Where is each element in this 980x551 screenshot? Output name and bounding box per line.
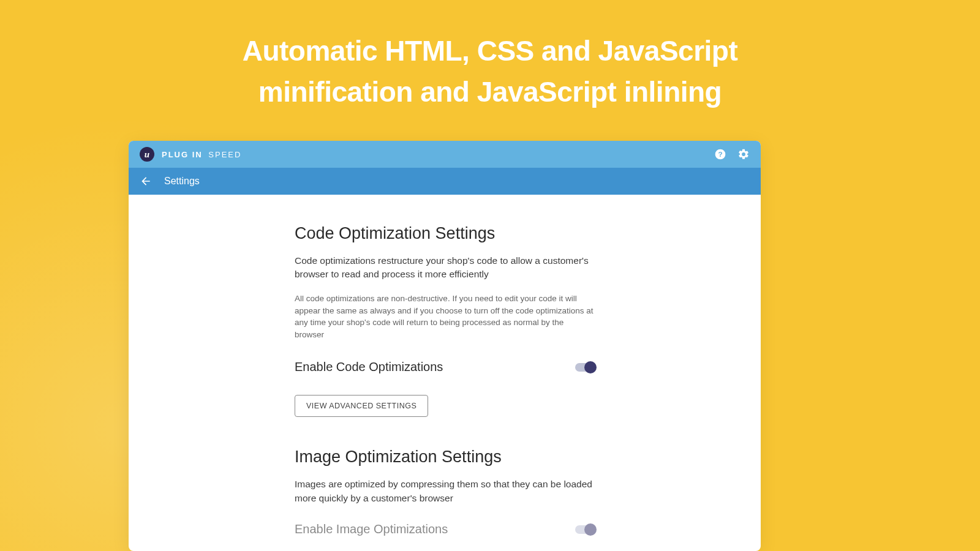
code-optimization-section: Code Optimization Settings Code optimiza… [295,224,595,417]
brand-bold: PLUG IN [162,150,203,159]
image-heading: Image Optimization Settings [295,448,595,467]
svg-text:?: ? [718,150,722,158]
hero-line-2: minification and JavaScript inlining [0,72,980,113]
back-arrow-icon[interactable] [140,175,152,187]
content-area: Code Optimization Settings Code optimiza… [129,195,761,536]
subbar: Settings [129,168,761,195]
enable-code-label: Enable Code Optimizations [295,360,443,374]
code-note: All code optimizations are non-destructi… [295,293,595,340]
hero-title: Automatic HTML, CSS and JavaScript minif… [0,0,980,112]
toggle-knob [584,361,597,373]
enable-image-row: Enable Image Optimizations [295,522,595,536]
enable-image-label: Enable Image Optimizations [295,522,448,536]
topbar: u PLUG IN SPEED ? [129,141,761,168]
toggle-knob [584,523,597,536]
image-lead: Images are optimized by compressing them… [295,478,595,505]
help-icon[interactable]: ? [714,148,726,160]
view-advanced-settings-button[interactable]: VIEW ADVANCED SETTINGS [295,395,428,417]
image-optimization-section: Image Optimization Settings Images are o… [295,448,595,536]
brand-glyph: u [145,149,149,160]
code-lead: Code optimizations restructure your shop… [295,254,595,282]
brand-text: PLUG IN SPEED [162,150,241,159]
enable-image-toggle[interactable] [575,525,595,534]
brand-thin: SPEED [208,150,241,159]
gear-icon[interactable] [737,148,750,160]
code-heading: Code Optimization Settings [295,224,595,243]
app-window: u PLUG IN SPEED ? Settings Code Optimiza… [129,141,761,551]
page-title: Settings [164,176,200,187]
enable-code-row: Enable Code Optimizations [295,360,595,374]
brand-logo-icon: u [140,147,154,162]
enable-code-toggle[interactable] [575,363,595,372]
hero-line-1: Automatic HTML, CSS and JavaScript [0,31,980,72]
